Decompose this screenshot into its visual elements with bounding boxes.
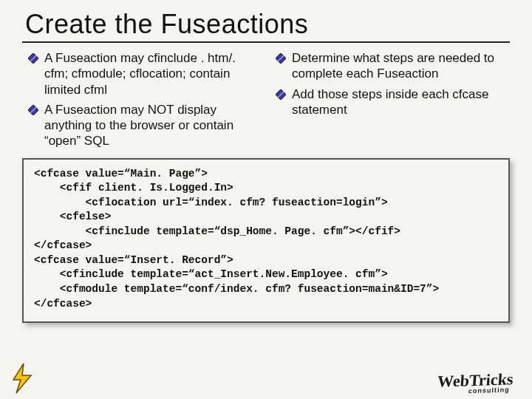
diamond-bullet-icon [28,105,38,115]
right-column: Determine what steps are needed to compl… [270,49,510,154]
code-block: <cfcase value=“Main. Page”> <cfif client… [22,158,510,324]
title-underline: Create the Fuseactions [22,9,510,43]
svg-marker-8 [13,364,31,393]
lightning-bolt-icon [9,362,35,395]
slide: Create the Fuseactions A Fuseaction may … [0,0,532,399]
bullet-text: Determine what steps are needed to compl… [292,50,510,82]
diamond-bullet-icon [276,53,286,64]
bullet-columns: A Fuseaction may cfinclude . htm/. cfm; … [22,49,510,154]
bullet-text: Add those steps inside each cfcase state… [292,86,510,118]
list-item: Add those steps inside each cfcase state… [276,86,510,118]
left-column: A Fuseaction may cfinclude . htm/. cfm; … [22,49,262,154]
brand-logo: WebTricks consulting [436,369,514,396]
page-title: Create the Fuseactions [22,9,510,40]
diamond-bullet-icon [28,53,38,64]
diamond-bullet-icon [276,89,286,100]
list-item: A Fuseaction may cfinclude . htm/. cfm; … [28,50,262,98]
list-item: A Fuseaction may NOT display anything to… [28,102,262,149]
footer: WebTricks consulting [0,362,532,395]
bullet-text: A Fuseaction may cfinclude . htm/. cfm; … [44,50,262,98]
bullet-text: A Fuseaction may NOT display anything to… [44,102,262,149]
list-item: Determine what steps are needed to compl… [276,50,510,82]
